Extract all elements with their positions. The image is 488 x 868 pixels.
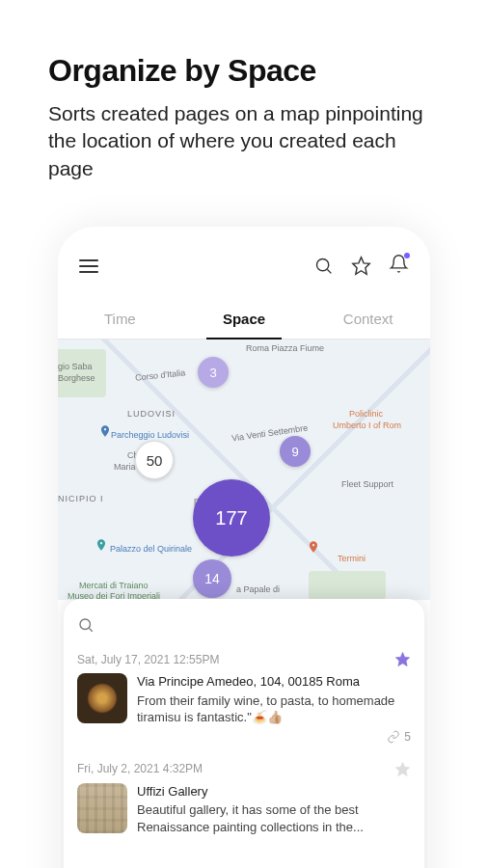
entry-description: Beautiful gallery, it has some of the be… (137, 801, 411, 835)
phone-frame: Time Space Context Roma Piazza Fiume gio… (58, 227, 430, 868)
tab-space[interactable]: Space (182, 301, 307, 339)
svg-marker-2 (353, 258, 370, 275)
list-item[interactable]: Sat, July 17, 2021 12:55PM Via Principe … (77, 651, 411, 744)
tabs: Time Space Context (58, 289, 430, 339)
entry-date: Sat, July 17, 2021 12:55PM (77, 653, 219, 666)
entry-thumbnail (77, 673, 127, 723)
entry-link-count: 5 (404, 730, 411, 744)
entry-date: Fri, July 2, 2021 4:32PM (77, 762, 203, 775)
notification-bell[interactable] (389, 254, 409, 278)
map-label: a Papale di (236, 584, 280, 594)
map-pin-icon (98, 424, 112, 438)
tab-time[interactable]: Time (58, 301, 182, 339)
star-icon[interactable] (394, 761, 411, 777)
menu-icon[interactable] (79, 259, 98, 273)
entry-title: Uffizi Gallery (137, 783, 411, 800)
map-label: Roma Piazza Fiume (246, 343, 324, 353)
map-cluster[interactable]: 9 (280, 436, 311, 467)
map-cluster[interactable]: 14 (193, 559, 231, 598)
svg-point-3 (80, 619, 91, 630)
page-subtitle: Sorts created pages on a map pinpointing… (0, 100, 488, 211)
map-cluster[interactable]: 3 (198, 357, 229, 388)
svg-point-0 (317, 259, 329, 271)
map-label: Borghese (58, 373, 95, 383)
search-icon[interactable] (313, 256, 334, 276)
svg-line-1 (327, 269, 331, 273)
entry-links: 5 (77, 730, 411, 744)
star-icon[interactable] (394, 651, 411, 667)
map-label: Termini (338, 554, 366, 563)
tab-context[interactable]: Context (306, 301, 430, 339)
map-label: LUDOVISI (127, 409, 176, 419)
svg-marker-5 (395, 652, 409, 665)
star-icon[interactable] (351, 256, 371, 276)
entry-thumbnail (77, 783, 127, 833)
map-label: Fleet Support (341, 479, 393, 489)
bottom-sheet: Sat, July 17, 2021 12:55PM Via Principe … (64, 599, 424, 868)
entry-title: Via Principe Amedeo, 104, 00185 Roma (137, 673, 411, 691)
map-label: NICIPIO I (58, 494, 104, 503)
map-label: gio Saba (58, 362, 93, 371)
list-item[interactable]: Fri, July 2, 2021 4:32PM Uffizi Gallery … (77, 761, 411, 836)
map-label: Umberto I of Rom (333, 420, 401, 430)
link-icon (387, 730, 400, 744)
map-label: Palazzo del Quirinale (110, 544, 192, 554)
search-icon[interactable] (77, 616, 95, 634)
svg-line-4 (89, 628, 92, 631)
svg-marker-6 (395, 762, 409, 775)
page-title: Organize by Space (0, 0, 488, 100)
entry-description: From their family wine, to pasta, to hom… (137, 692, 411, 726)
map-cluster[interactable]: 50 (135, 441, 174, 479)
map-pin-icon (95, 538, 108, 552)
map[interactable]: Roma Piazza Fiume gio Saba Borghese Cors… (58, 339, 430, 600)
map-label: Maria (114, 462, 136, 472)
map-cluster[interactable]: 177 (193, 479, 270, 556)
map-label: Parcheggio Ludovisi (111, 430, 189, 440)
notification-dot (404, 253, 410, 258)
map-label: Policlinic (349, 409, 383, 419)
map-label: Mercati di Traiano (79, 581, 149, 590)
map-pin-icon (307, 540, 320, 554)
app-header (58, 227, 430, 289)
